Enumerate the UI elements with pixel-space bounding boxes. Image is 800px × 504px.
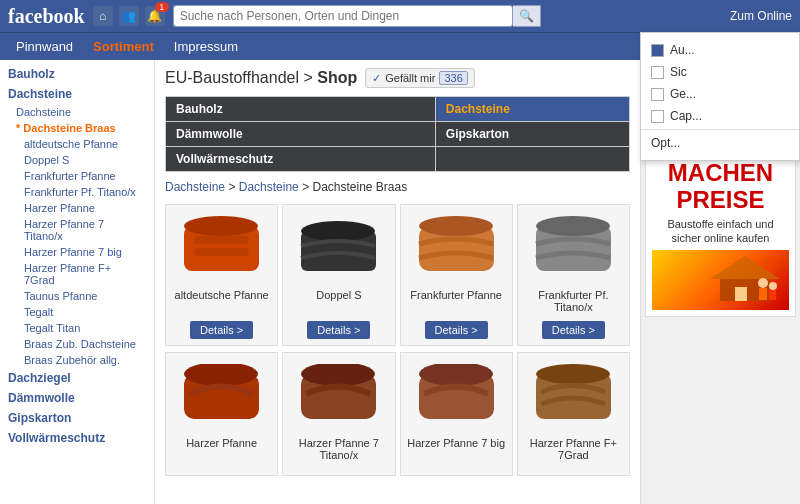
product-grid-row2: Harzer Pfanne Harzer Pfanne 7 Titano/x bbox=[165, 352, 630, 476]
search-button[interactable]: 🔍 bbox=[513, 5, 541, 27]
product-name-5: Harzer Pfanne 7 Titano/x bbox=[287, 437, 390, 463]
details-btn-1[interactable]: Details > bbox=[307, 321, 370, 339]
notifications-icon[interactable]: 🔔 1 bbox=[145, 6, 165, 26]
product-name-1: Doppel S bbox=[287, 289, 390, 315]
breadcrumb-current: Dachsteine Braas bbox=[312, 180, 407, 194]
cat-dammwolle[interactable]: Dämmwolle bbox=[166, 122, 436, 147]
facebook-logo: facebook bbox=[8, 5, 85, 28]
ad-bottom-image bbox=[652, 250, 789, 310]
sidebar-sub-tegalt-titan[interactable]: Tegalt Titan bbox=[0, 320, 154, 336]
sidebar-item-gipskarton[interactable]: Gipskarton bbox=[0, 408, 154, 428]
product-card-harzer7-big: Harzer Pfanne 7 big bbox=[400, 352, 513, 476]
sidebar-item-vollwarme[interactable]: Vollwärmeschutz bbox=[0, 428, 154, 448]
product-img-harzer7big bbox=[411, 361, 501, 431]
sidebar-sub-frankfurter[interactable]: Frankfurter Pfanne bbox=[0, 168, 154, 184]
product-grid-row1: altdeutsche Pfanne Details > Doppel S De… bbox=[165, 204, 630, 346]
shop-title-prefix: EU-Baustoffhandel bbox=[165, 69, 299, 86]
dropdown-item-0[interactable]: Au... bbox=[641, 39, 799, 61]
details-btn-2[interactable]: Details > bbox=[425, 321, 488, 339]
shop-title-arrow: > bbox=[303, 69, 317, 86]
product-name-3: Frankfurter Pf. Titano/x bbox=[522, 289, 625, 315]
dropdown-item-1[interactable]: Sic bbox=[641, 61, 799, 83]
zum-online-button[interactable]: Zum Online bbox=[730, 9, 792, 23]
sidebar-sub-tegalt[interactable]: Tegalt bbox=[0, 304, 154, 320]
nav-icons: ⌂ 👥 🔔 1 bbox=[93, 6, 165, 26]
checkbox-0[interactable] bbox=[651, 44, 664, 57]
sidebar-sub-harzer[interactable]: Harzer Pfanne bbox=[0, 200, 154, 216]
checkbox-3[interactable] bbox=[651, 110, 664, 123]
shop-title: EU-Baustoffhandel > Shop bbox=[165, 69, 357, 87]
sidebar-sub-braas-zubehor[interactable]: Braas Zubehör allg. bbox=[0, 352, 154, 368]
dropdown-item-2[interactable]: Ge... bbox=[641, 83, 799, 105]
svg-point-5 bbox=[301, 221, 375, 241]
product-name-6: Harzer Pfanne 7 big bbox=[405, 437, 508, 463]
svg-point-23 bbox=[769, 282, 777, 290]
svg-rect-22 bbox=[759, 288, 767, 300]
breadcrumb-link-0[interactable]: Dachsteine bbox=[165, 180, 225, 194]
home-icon[interactable]: ⌂ bbox=[93, 6, 113, 26]
cat-vollwarme[interactable]: Vollwärmeschutz bbox=[166, 147, 436, 172]
like-label: Gefällt mir bbox=[385, 72, 435, 84]
svg-point-17 bbox=[536, 364, 610, 384]
cat-dachsteine[interactable]: Dachsteine bbox=[435, 97, 629, 122]
product-img-harzer7t bbox=[294, 361, 384, 431]
like-button[interactable]: ✓ Gefällt mir 336 bbox=[365, 68, 474, 88]
ad-description: Baustoffe einfach und sicher online kauf… bbox=[652, 217, 789, 246]
svg-point-7 bbox=[419, 216, 493, 236]
shop-title-shop: Shop bbox=[317, 69, 357, 86]
sidebar-sub-harzer7-big[interactable]: Harzer Pfanne 7 big bbox=[0, 244, 154, 260]
like-checkmark-icon: ✓ bbox=[372, 72, 381, 85]
breadcrumb-link-1[interactable]: Dachsteine bbox=[239, 180, 299, 194]
sidebar-sub-braas-zub[interactable]: Braas Zub. Dachsteine bbox=[0, 336, 154, 352]
sidebar: Bauholz Dachsteine Dachsteine Dachsteine… bbox=[0, 60, 155, 504]
svg-point-21 bbox=[758, 278, 768, 288]
sidebar-item-bauholz[interactable]: Bauholz bbox=[0, 64, 154, 84]
sidebar-sub-harzer7-titano[interactable]: Harzer Pfanne 7 Titano/x bbox=[0, 216, 154, 244]
svg-marker-18 bbox=[710, 256, 780, 279]
product-name-4: Harzer Pfanne bbox=[170, 437, 273, 463]
sidebar-sub-frankfurter-titano[interactable]: Frankfurter Pf. Titano/x bbox=[0, 184, 154, 200]
sidebar-sub-taunus[interactable]: Taunus Pfanne bbox=[0, 288, 154, 304]
sidebar-sub-dachsteine-braas[interactable]: Dachsteine Braas bbox=[0, 120, 154, 136]
main-content: EU-Baustoffhandel > Shop ✓ Gefällt mir 3… bbox=[155, 60, 640, 504]
product-card-frankfurter: Frankfurter Pfanne Details > bbox=[400, 204, 513, 346]
dropdown-menu: Au... Sic Ge... Cap... Opt... bbox=[640, 32, 800, 161]
product-img-titano bbox=[528, 213, 618, 283]
checkbox-2[interactable] bbox=[651, 88, 664, 101]
product-card-doppel-s: Doppel S Details > bbox=[282, 204, 395, 346]
product-img-frankfurter bbox=[411, 213, 501, 283]
product-card-titano: Frankfurter Pf. Titano/x Details > bbox=[517, 204, 630, 346]
dropdown-item-3[interactable]: Cap... bbox=[641, 105, 799, 127]
subnav-impressum[interactable]: Impressum bbox=[166, 35, 246, 58]
subnav-pinnwand[interactable]: Pinnwand bbox=[8, 35, 81, 58]
svg-rect-24 bbox=[769, 290, 776, 300]
header-right: Zum Online bbox=[730, 9, 792, 23]
svg-rect-2 bbox=[194, 236, 249, 244]
details-btn-3[interactable]: Details > bbox=[542, 321, 605, 339]
svg-point-9 bbox=[536, 216, 610, 236]
search-input[interactable] bbox=[173, 5, 513, 27]
product-name-0: altdeutsche Pfanne bbox=[170, 289, 273, 315]
cat-bauholz[interactable]: Bauholz bbox=[166, 97, 436, 122]
svg-point-1 bbox=[184, 216, 258, 236]
sidebar-sub-harzer-fplus[interactable]: Harzer Pfanne F+ 7Grad bbox=[0, 260, 154, 288]
notification-badge: 1 bbox=[155, 2, 169, 12]
product-name-2: Frankfurter Pfanne bbox=[405, 289, 508, 315]
sidebar-sub-dachsteine[interactable]: Dachsteine bbox=[0, 104, 154, 120]
shop-header: EU-Baustoffhandel > Shop ✓ Gefällt mir 3… bbox=[165, 68, 630, 88]
details-btn-0[interactable]: Details > bbox=[190, 321, 253, 339]
product-card-harzer7-titano: Harzer Pfanne 7 Titano/x bbox=[282, 352, 395, 476]
category-table: Bauholz Dachsteine Dämmwolle Gipskarton … bbox=[165, 96, 630, 172]
sidebar-item-dammwolle[interactable]: Dämmwolle bbox=[0, 388, 154, 408]
sidebar-sub-doppel-s[interactable]: Doppel S bbox=[0, 152, 154, 168]
sidebar-sub-altdeutsche[interactable]: altdeutsche Pfanne bbox=[0, 136, 154, 152]
subnav-sortiment[interactable]: Sortiment bbox=[85, 35, 162, 58]
sidebar-item-dachsteine[interactable]: Dachsteine bbox=[0, 84, 154, 104]
checkbox-1[interactable] bbox=[651, 66, 664, 79]
friends-icon[interactable]: 👥 bbox=[119, 6, 139, 26]
svg-rect-20 bbox=[735, 287, 747, 301]
product-name-7: Harzer Pfanne F+ 7Grad bbox=[522, 437, 625, 463]
cat-gipskarton[interactable]: Gipskarton bbox=[435, 122, 629, 147]
dropdown-other[interactable]: Opt... bbox=[641, 132, 799, 154]
sidebar-item-dachziegel[interactable]: Dachziegel bbox=[0, 368, 154, 388]
